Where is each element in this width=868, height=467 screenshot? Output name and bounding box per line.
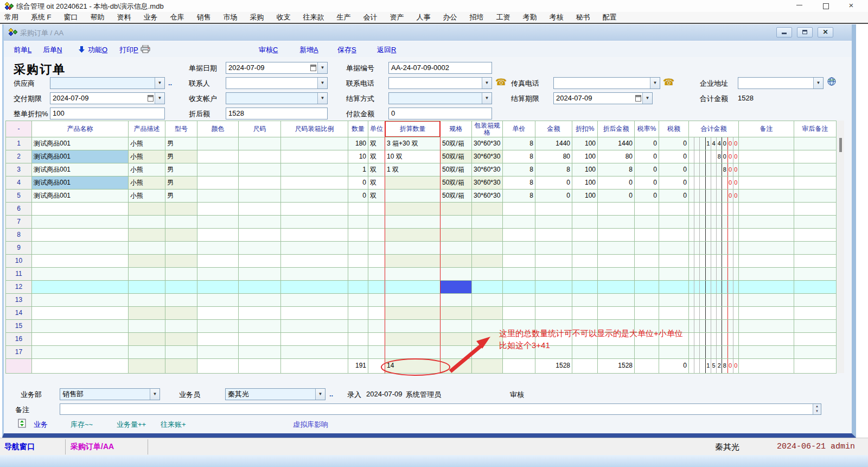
grid-cell-price[interactable] (503, 203, 535, 216)
clerk-lookup-button[interactable]: .. (329, 390, 333, 398)
grid-cell-total[interactable]: 8000 (689, 150, 739, 163)
grid-cell-qty[interactable]: 0 (348, 190, 368, 203)
grid-cell-unit[interactable] (368, 346, 385, 359)
grid-cell-desc[interactable] (129, 307, 165, 320)
grid-cell-ratio[interactable] (281, 229, 348, 242)
grid-cell-size[interactable] (239, 137, 281, 150)
grid-cell-discamount[interactable]: 0 (598, 176, 635, 190)
grid-cell-taxrate[interactable] (635, 294, 659, 307)
grid-cell-discount[interactable] (572, 203, 598, 216)
grid-cell-price[interactable]: 8 (503, 176, 535, 190)
grid-cell-discount[interactable] (572, 255, 598, 268)
grid-cell-qty[interactable] (348, 346, 368, 359)
grid-cell-num[interactable]: 2 (6, 150, 32, 163)
menu-item[interactable]: 帮助 (91, 12, 105, 22)
grid-cell-name[interactable] (32, 281, 129, 294)
chevron-down-icon[interactable]: ▼ (155, 93, 164, 104)
grid-cell-model[interactable] (165, 255, 197, 268)
grid-cell-unit[interactable] (368, 242, 385, 255)
grid-cell-ratio[interactable] (281, 176, 348, 190)
menu-item[interactable]: 系统 F (31, 12, 52, 22)
grid-cell-size[interactable] (239, 346, 281, 359)
grid-cell-postnote[interactable] (794, 163, 837, 176)
grid-cell-size[interactable] (239, 294, 281, 307)
menu-item[interactable]: 仓库 (170, 12, 184, 22)
grid-cell-desc[interactable] (129, 281, 165, 294)
grid-cell-amount[interactable]: 80 (535, 150, 572, 163)
link-virtual-stock[interactable]: 虚拟库影响 (293, 420, 328, 430)
grid-cell-ratio[interactable] (281, 346, 348, 359)
grid-cell-postnote[interactable] (794, 242, 837, 255)
grid-cell-name[interactable]: 测试商品001 (32, 190, 129, 203)
grid-cell-color[interactable] (197, 176, 239, 190)
grid-cell-discount[interactable] (572, 281, 598, 294)
grid-cell-tax[interactable]: 0 (659, 163, 689, 176)
grid-cell-name[interactable] (32, 294, 129, 307)
grid-cell-note[interactable] (739, 242, 794, 255)
menu-item[interactable]: 收支 (277, 12, 291, 22)
grid-cell-note[interactable] (739, 190, 794, 203)
grid-cell-name[interactable] (32, 268, 129, 281)
grid-cell-model[interactable] (165, 281, 197, 294)
menu-item[interactable]: 往来款 (303, 12, 324, 22)
grid-cell-spec[interactable] (441, 216, 472, 229)
close-button[interactable]: × (839, 0, 864, 12)
menu-item[interactable]: 资产 (390, 12, 404, 22)
address-combo[interactable]: ▼ (738, 77, 824, 89)
grid-cell-color[interactable] (197, 137, 239, 150)
grid-cell-postnote[interactable] (794, 281, 837, 294)
grid-cell-model[interactable] (165, 307, 197, 320)
grid-cell-color[interactable] (197, 203, 239, 216)
grid-cell-postnote[interactable] (794, 150, 837, 163)
grid-cell-desc[interactable]: 小熊 (129, 176, 165, 190)
grid-cell-color[interactable] (197, 242, 239, 255)
grid-scrollbar-thumb[interactable] (839, 138, 842, 152)
grid-cell-discount[interactable] (572, 242, 598, 255)
grid-cell-taxrate[interactable]: 0 (635, 176, 659, 190)
grid-cell-price[interactable]: 8 (503, 190, 535, 203)
grid-cell-price[interactable] (503, 281, 535, 294)
grid-cell-postnote[interactable] (794, 216, 837, 229)
grid-cell-unit[interactable] (368, 281, 385, 294)
grid-cell-qty[interactable]: 180 (348, 137, 368, 150)
grid-cell-taxrate[interactable] (635, 255, 659, 268)
grid-cell-model[interactable] (165, 294, 197, 307)
grid-cell-spec[interactable] (441, 255, 472, 268)
grid-cell-size[interactable] (239, 163, 281, 176)
chevron-down-icon[interactable]: ▼ (155, 78, 164, 89)
grid-cell-discount[interactable] (572, 307, 598, 320)
grid-cell-convqty[interactable] (385, 242, 441, 255)
grid-cell-color[interactable] (197, 150, 239, 163)
grid-cell-model[interactable]: 男 (165, 163, 197, 176)
grid-cell-name[interactable] (32, 255, 129, 268)
grid-cell-num[interactable]: 13 (6, 294, 32, 307)
grid-cell-color[interactable] (197, 268, 239, 281)
grid-cell-discamount[interactable] (598, 229, 635, 242)
grid-cell-unit[interactable]: 双 (368, 150, 385, 163)
grid-cell-model[interactable] (165, 268, 197, 281)
grid-cell-spec[interactable]: 50双/箱 (441, 190, 472, 203)
grid-cell-discount[interactable]: 100 (572, 176, 598, 190)
chevron-down-icon[interactable]: ▼ (317, 62, 327, 73)
note-spinner[interactable]: ▲▼ (813, 404, 821, 414)
menu-item[interactable]: 生产 (337, 12, 351, 22)
grid-cell-ratio[interactable] (281, 320, 348, 333)
grid-cell-num[interactable]: 6 (6, 203, 32, 216)
menu-item[interactable]: 销售 (197, 12, 211, 22)
grid-cell-amount[interactable] (535, 346, 572, 359)
grid-cell-tax[interactable]: 0 (659, 137, 689, 150)
audit-button[interactable]: 审核C (259, 45, 278, 55)
grid-cell-total[interactable] (689, 229, 739, 242)
grid-cell-boxspec[interactable] (472, 203, 503, 216)
grid-cell-tax[interactable] (659, 281, 689, 294)
grid-cell-qty[interactable] (348, 242, 368, 255)
grid-cell-convqty[interactable] (385, 216, 441, 229)
grid-cell-ratio[interactable] (281, 333, 348, 346)
chevron-down-icon[interactable]: ▼ (642, 93, 652, 104)
grid-cell-price[interactable]: 8 (503, 137, 535, 150)
grid-cell-unit[interactable]: 双 (368, 163, 385, 176)
grid-cell-size[interactable] (239, 216, 281, 229)
grid-cell-tax[interactable] (659, 320, 689, 333)
grid-cell-num[interactable]: 15 (6, 320, 32, 333)
grid-cell-unit[interactable] (368, 203, 385, 216)
